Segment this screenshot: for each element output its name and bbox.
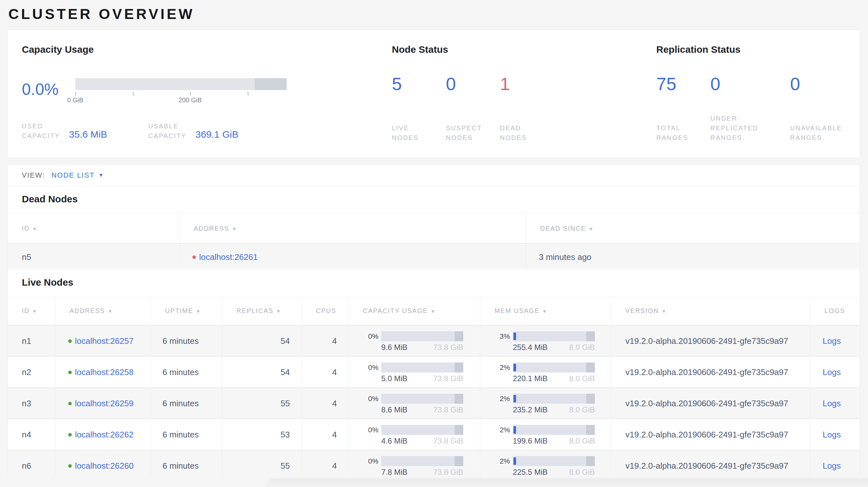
live-status-dot-icon [68,402,72,405]
column-header-label: UPTIME [165,307,193,314]
table-row: n4localhost:262626 minutes5340%4.6 MiB73… [8,419,860,450]
memory-total-value: 8.0 GiB [569,374,595,383]
version-cell: v19.2.0-alpha.20190606-2491-gfe735c9a97 [611,419,810,450]
live-status-dot-icon [68,464,72,468]
usable-capacity-value: 369.1 GiB [195,129,238,140]
replicas-cell: 55 [222,388,302,419]
column-header-label: ID [22,307,30,314]
capacity-usage-bar-dark-segment [455,425,463,435]
sort-desc-icon: ▼ [108,309,113,314]
capacity-usage-bar-dark-segment [455,394,463,404]
column-header-label: DEAD SINCE [540,225,586,232]
capacity-usage-bar [381,456,463,466]
capacity-usage-cell: 0%7.8 MiB73.8 GiB [349,450,480,476]
memory-usage-bar [513,456,595,466]
memory-usage-bar-dark-segment [586,425,595,435]
node-status-title: Node Status [392,44,554,55]
memory-usage-bar-fill [514,333,516,340]
capacity-usage-title: Capacity Usage [22,44,287,55]
column-header-address[interactable]: ADDRESS▼ [180,213,526,243]
view-dropdown[interactable]: NODE LIST ▼ [52,171,103,180]
node-status-stat-label: DEAD NODES [500,123,554,142]
logs-link[interactable]: Logs [823,336,841,346]
memory-total-value: 8.0 GiB [569,436,595,446]
replication-stat-value: 0 [710,75,790,93]
column-header-label: ID [22,225,30,232]
dead-nodes-table-body: n5localhost:262613 minutes ago [8,243,860,269]
capacity-usage-bar [381,394,463,404]
column-header-uptime[interactable]: UPTIME▼ [151,297,222,325]
memory-total-value: 8.0 GiB [569,468,595,476]
dead-nodes-heading: Dead Nodes [8,186,860,212]
live-status-dot-icon [68,370,72,374]
memory-used-value: 220.1 MiB [513,374,548,383]
cpus-cell: 4 [302,388,349,419]
address-link[interactable]: localhost:26257 [75,336,133,346]
node-status-stat-value: 0 [446,75,500,93]
capacity-percent: 0.0% [22,80,75,99]
memory-usage-bar-dark-segment [586,362,595,372]
column-header-mem-usage[interactable]: MEM USAGE▼ [480,297,611,325]
address-link[interactable]: localhost:26262 [75,430,133,440]
column-header-id[interactable]: ID▼ [8,213,180,243]
logs-link[interactable]: Logs [823,367,841,377]
memory-usage-percent: 2% [480,457,510,476]
replicas-cell: 54 [222,325,302,356]
dead-status-dot-icon [192,255,196,259]
node-id-cell: n6 [8,450,55,476]
memory-usage-cell: 2%199.6 MiB8.0 GiB [480,419,611,450]
memory-usage-percent: 3% [480,332,510,352]
address-cell: localhost:26260 [55,450,151,476]
dead-nodes-table-header: ID▼ADDRESS▼DEAD SINCE▼ [8,212,860,243]
address-link[interactable]: localhost:26259 [75,398,133,409]
address-link[interactable]: localhost:26261 [199,252,258,262]
capacity-usage-percent: 0% [349,426,378,446]
replication-status-title: Replication Status [656,44,860,55]
table-row: n5localhost:262613 minutes ago [8,243,860,269]
node-status-stat-label: LIVE NODES [392,123,446,142]
node-id-cell: n2 [8,356,55,387]
column-header-capacity-usage[interactable]: CAPACITY USAGE▼ [349,297,480,325]
column-header-version[interactable]: VERSION▼ [611,297,810,325]
address-cell: localhost:26257 [55,325,151,356]
nodes-card: VIEW: NODE LIST ▼ Dead Nodes ID▼ADDRESS▼… [8,165,860,475]
logs-link[interactable]: Logs [823,398,841,408]
capacity-usage-bar-dark-segment [455,456,463,466]
node-status-stat-value: 1 [500,75,554,93]
column-header-id[interactable]: ID▼ [8,297,55,325]
capacity-usage-bar [381,331,463,341]
logs-link[interactable]: Logs [823,430,841,440]
address-link[interactable]: localhost:26258 [75,367,133,377]
memory-usage-bar [513,394,595,404]
cpus-cell: 4 [302,450,349,476]
usable-capacity-stat: USABLE CAPACITY 369.1 GiB [148,121,238,140]
memory-used-value: 199.6 MiB [513,436,548,446]
sort-desc-icon: ▼ [588,226,594,232]
address-link[interactable]: localhost:26260 [75,461,133,471]
memory-used-value: 235.2 MiB [513,405,548,414]
uptime-cell: 6 minutes [151,325,222,356]
memory-usage-cell: 2%235.2 MiB8.0 GiB [480,388,611,419]
memory-usage-percent: 2% [480,363,510,383]
page-title: CLUSTER OVERVIEW [8,6,195,23]
cpus-cell: 4 [302,356,349,387]
usable-capacity-label: USABLE CAPACITY [148,121,187,140]
cluster-overview-page: CLUSTER OVERVIEW Capacity Usage 0.0% 0 G… [0,0,868,487]
replication-stat: 0UNAVAILABLE RANGES [790,75,860,142]
column-header-replicas[interactable]: REPLICAS▼ [222,297,302,325]
column-header-cpus: CPUS [302,297,349,325]
replication-stat-label: UNAVAILABLE RANGES [790,123,860,142]
memory-used-value: 225.5 MiB [513,468,548,476]
view-selected-value[interactable]: NODE LIST [52,171,95,180]
column-header-address[interactable]: ADDRESS▼ [55,297,151,325]
memory-usage-bar [513,362,595,372]
capacity-total-value: 73.8 GiB [433,468,463,476]
column-header-dead-since[interactable]: DEAD SINCE▼ [526,213,860,243]
capacity-usage-bar [381,425,463,435]
table-row: n1localhost:262576 minutes5440%9.6 MiB73… [8,325,860,356]
memory-usage-percent: 2% [480,426,510,446]
memory-usage-bar-dark-segment [586,456,595,466]
logs-link[interactable]: Logs [823,461,841,470]
logs-cell: Logs [810,388,860,419]
cpus-cell: 4 [302,325,349,356]
